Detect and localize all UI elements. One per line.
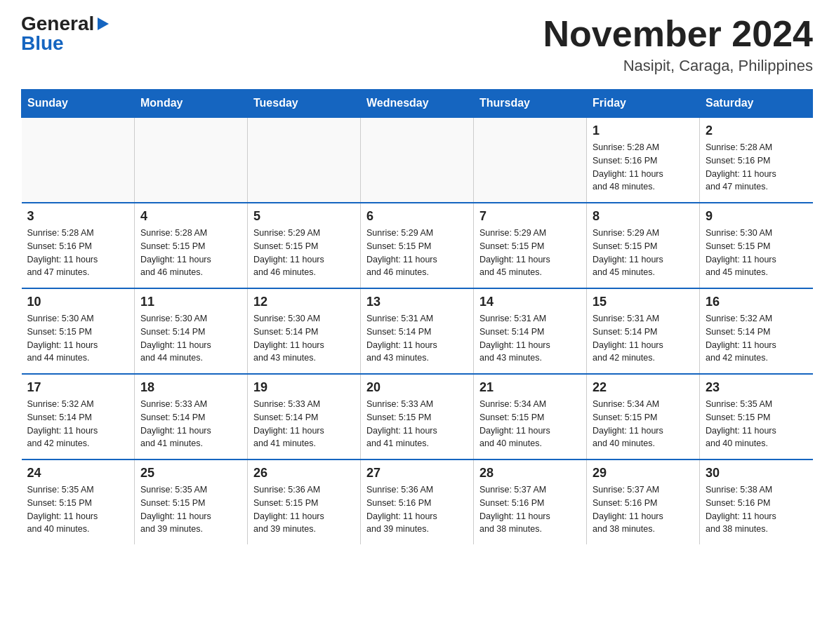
calendar-cell: 17Sunrise: 5:32 AM Sunset: 5:14 PM Dayli… xyxy=(22,374,135,459)
day-number: 12 xyxy=(253,295,355,309)
day-number: 14 xyxy=(479,295,581,309)
day-number: 6 xyxy=(366,209,468,224)
day-number: 27 xyxy=(366,466,468,481)
day-number: 13 xyxy=(366,295,468,309)
day-info: Sunrise: 5:36 AM Sunset: 5:15 PM Dayligh… xyxy=(253,483,355,536)
page-header: General Blue November 2024 Nasipit, Cara… xyxy=(21,14,813,75)
day-info: Sunrise: 5:34 AM Sunset: 5:15 PM Dayligh… xyxy=(593,398,694,450)
weekday-header-wednesday: Wednesday xyxy=(361,90,474,118)
day-info: Sunrise: 5:28 AM Sunset: 5:16 PM Dayligh… xyxy=(27,227,129,279)
calendar-cell: 16Sunrise: 5:32 AM Sunset: 5:14 PM Dayli… xyxy=(700,288,813,374)
day-number: 21 xyxy=(479,380,581,395)
day-info: Sunrise: 5:28 AM Sunset: 5:16 PM Dayligh… xyxy=(593,141,694,194)
calendar-cell: 5Sunrise: 5:29 AM Sunset: 5:15 PM Daylig… xyxy=(248,203,361,288)
day-info: Sunrise: 5:31 AM Sunset: 5:14 PM Dayligh… xyxy=(366,312,468,365)
day-info: Sunrise: 5:30 AM Sunset: 5:15 PM Dayligh… xyxy=(706,227,807,279)
day-info: Sunrise: 5:33 AM Sunset: 5:14 PM Dayligh… xyxy=(140,398,241,450)
calendar-cell: 23Sunrise: 5:35 AM Sunset: 5:15 PM Dayli… xyxy=(700,374,813,459)
calendar-cell xyxy=(135,117,248,203)
calendar-cell: 15Sunrise: 5:31 AM Sunset: 5:14 PM Dayli… xyxy=(587,288,700,374)
day-number: 22 xyxy=(593,380,694,395)
calendar-cell: 1Sunrise: 5:28 AM Sunset: 5:16 PM Daylig… xyxy=(587,117,700,203)
day-number: 30 xyxy=(706,466,807,481)
day-number: 10 xyxy=(27,295,129,309)
day-number: 19 xyxy=(253,380,355,395)
weekday-header-row: SundayMondayTuesdayWednesdayThursdayFrid… xyxy=(22,90,813,118)
day-info: Sunrise: 5:31 AM Sunset: 5:14 PM Dayligh… xyxy=(479,312,581,365)
calendar-cell: 11Sunrise: 5:30 AM Sunset: 5:14 PM Dayli… xyxy=(135,288,248,374)
calendar-cell: 19Sunrise: 5:33 AM Sunset: 5:14 PM Dayli… xyxy=(248,374,361,459)
day-number: 29 xyxy=(593,466,694,481)
day-number: 20 xyxy=(366,380,468,395)
day-info: Sunrise: 5:29 AM Sunset: 5:15 PM Dayligh… xyxy=(593,227,694,279)
weekday-header-friday: Friday xyxy=(587,90,700,118)
calendar-cell: 2Sunrise: 5:28 AM Sunset: 5:16 PM Daylig… xyxy=(700,117,813,203)
day-info: Sunrise: 5:29 AM Sunset: 5:15 PM Dayligh… xyxy=(479,227,581,279)
calendar-cell: 8Sunrise: 5:29 AM Sunset: 5:15 PM Daylig… xyxy=(587,203,700,288)
weekday-header-thursday: Thursday xyxy=(474,90,587,118)
day-info: Sunrise: 5:29 AM Sunset: 5:15 PM Dayligh… xyxy=(366,227,468,279)
logo: General Blue xyxy=(21,14,110,53)
calendar-week-row: 3Sunrise: 5:28 AM Sunset: 5:16 PM Daylig… xyxy=(22,203,813,288)
calendar-cell: 20Sunrise: 5:33 AM Sunset: 5:15 PM Dayli… xyxy=(361,374,474,459)
day-info: Sunrise: 5:33 AM Sunset: 5:15 PM Dayligh… xyxy=(366,398,468,450)
day-number: 26 xyxy=(253,466,355,481)
day-info: Sunrise: 5:37 AM Sunset: 5:16 PM Dayligh… xyxy=(593,483,694,536)
day-info: Sunrise: 5:38 AM Sunset: 5:16 PM Dayligh… xyxy=(706,483,807,536)
calendar-cell: 18Sunrise: 5:33 AM Sunset: 5:14 PM Dayli… xyxy=(135,374,248,459)
day-number: 9 xyxy=(706,209,807,224)
day-number: 28 xyxy=(479,466,581,481)
month-year-title: November 2024 xyxy=(543,14,813,54)
calendar-cell xyxy=(361,117,474,203)
day-number: 4 xyxy=(140,209,241,224)
calendar-cell: 13Sunrise: 5:31 AM Sunset: 5:14 PM Dayli… xyxy=(361,288,474,374)
calendar-cell: 7Sunrise: 5:29 AM Sunset: 5:15 PM Daylig… xyxy=(474,203,587,288)
calendar-week-row: 17Sunrise: 5:32 AM Sunset: 5:14 PM Dayli… xyxy=(22,374,813,459)
calendar-cell xyxy=(474,117,587,203)
day-number: 16 xyxy=(706,295,807,309)
day-info: Sunrise: 5:35 AM Sunset: 5:15 PM Dayligh… xyxy=(27,483,129,536)
day-info: Sunrise: 5:37 AM Sunset: 5:16 PM Dayligh… xyxy=(479,483,581,536)
day-info: Sunrise: 5:28 AM Sunset: 5:16 PM Dayligh… xyxy=(706,141,807,194)
day-number: 25 xyxy=(140,466,241,481)
day-number: 18 xyxy=(140,380,241,395)
weekday-header-sunday: Sunday xyxy=(22,90,135,118)
calendar-cell xyxy=(22,117,135,203)
calendar-cell: 6Sunrise: 5:29 AM Sunset: 5:15 PM Daylig… xyxy=(361,203,474,288)
calendar-cell: 21Sunrise: 5:34 AM Sunset: 5:15 PM Dayli… xyxy=(474,374,587,459)
day-number: 5 xyxy=(253,209,355,224)
calendar-cell: 27Sunrise: 5:36 AM Sunset: 5:16 PM Dayli… xyxy=(361,459,474,544)
calendar-cell: 22Sunrise: 5:34 AM Sunset: 5:15 PM Dayli… xyxy=(587,374,700,459)
day-info: Sunrise: 5:35 AM Sunset: 5:15 PM Dayligh… xyxy=(706,398,807,450)
calendar-cell: 9Sunrise: 5:30 AM Sunset: 5:15 PM Daylig… xyxy=(700,203,813,288)
calendar-cell xyxy=(248,117,361,203)
calendar-cell: 29Sunrise: 5:37 AM Sunset: 5:16 PM Dayli… xyxy=(587,459,700,544)
title-block: November 2024 Nasipit, Caraga, Philippin… xyxy=(543,14,813,75)
logo-blue: Blue xyxy=(21,34,64,53)
day-info: Sunrise: 5:30 AM Sunset: 5:14 PM Dayligh… xyxy=(253,312,355,365)
calendar-cell: 12Sunrise: 5:30 AM Sunset: 5:14 PM Dayli… xyxy=(248,288,361,374)
day-number: 17 xyxy=(27,380,129,395)
weekday-header-monday: Monday xyxy=(135,90,248,118)
day-info: Sunrise: 5:35 AM Sunset: 5:15 PM Dayligh… xyxy=(140,483,241,536)
calendar-cell: 28Sunrise: 5:37 AM Sunset: 5:16 PM Dayli… xyxy=(474,459,587,544)
calendar-cell: 25Sunrise: 5:35 AM Sunset: 5:15 PM Dayli… xyxy=(135,459,248,544)
calendar-week-row: 1Sunrise: 5:28 AM Sunset: 5:16 PM Daylig… xyxy=(22,117,813,203)
day-number: 3 xyxy=(27,209,129,224)
day-number: 8 xyxy=(593,209,694,224)
day-number: 15 xyxy=(593,295,694,309)
calendar-cell: 3Sunrise: 5:28 AM Sunset: 5:16 PM Daylig… xyxy=(22,203,135,288)
day-number: 1 xyxy=(593,123,694,138)
calendar-table: SundayMondayTuesdayWednesdayThursdayFrid… xyxy=(21,89,813,544)
calendar-cell: 14Sunrise: 5:31 AM Sunset: 5:14 PM Dayli… xyxy=(474,288,587,374)
day-info: Sunrise: 5:28 AM Sunset: 5:15 PM Dayligh… xyxy=(140,227,241,279)
location-title: Nasipit, Caraga, Philippines xyxy=(543,57,813,75)
calendar-cell: 24Sunrise: 5:35 AM Sunset: 5:15 PM Dayli… xyxy=(22,459,135,544)
day-info: Sunrise: 5:31 AM Sunset: 5:14 PM Dayligh… xyxy=(593,312,694,365)
logo-general: General xyxy=(21,14,94,34)
weekday-header-saturday: Saturday xyxy=(700,90,813,118)
calendar-week-row: 24Sunrise: 5:35 AM Sunset: 5:15 PM Dayli… xyxy=(22,459,813,544)
day-info: Sunrise: 5:32 AM Sunset: 5:14 PM Dayligh… xyxy=(706,312,807,365)
day-info: Sunrise: 5:36 AM Sunset: 5:16 PM Dayligh… xyxy=(366,483,468,536)
day-number: 7 xyxy=(479,209,581,224)
